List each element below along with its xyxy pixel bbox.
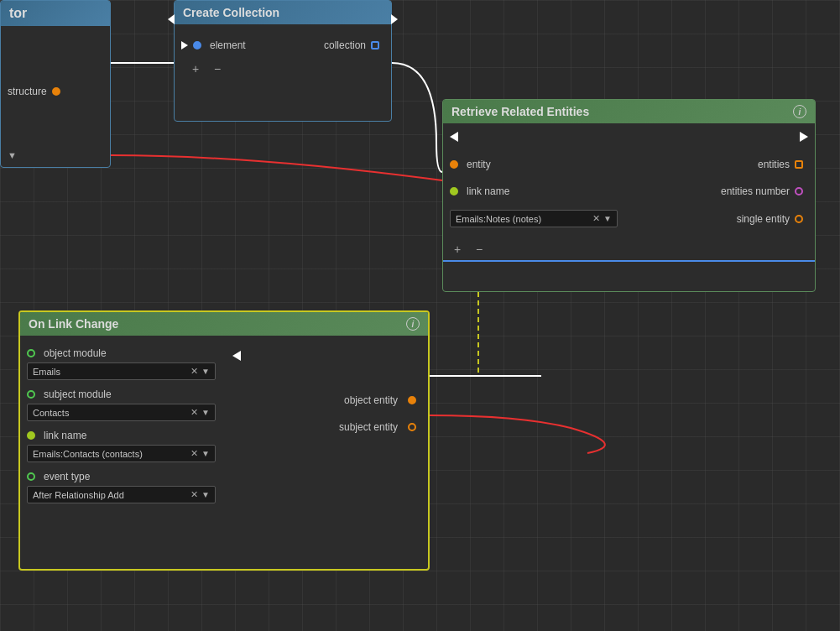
onlink-linkname-input[interactable]: Emails:Contacts (contacts) ✕ ▼ <box>27 445 216 462</box>
onlink-object-module-label: object module <box>44 347 107 359</box>
retrieve-right-tri <box>800 132 808 142</box>
onlink-linkname-port: link name <box>27 430 216 441</box>
onlink-linkname-arrow[interactable]: ▼ <box>201 449 210 458</box>
collection-dot[interactable] <box>371 41 379 50</box>
retrieve-linkname-value: Emails:Notes (notes) <box>456 214 541 224</box>
tor-node-header: tor <box>1 1 110 26</box>
create-collection-collection-port: collection <box>324 39 384 51</box>
onlink-event-type-clear[interactable]: ✕ <box>190 489 198 500</box>
onlink-object-entity-label: object entity <box>344 394 398 406</box>
tor-node: tor structure ▼ <box>0 0 111 168</box>
onlink-left-col: object module Emails ✕ ▼ subject module <box>27 341 216 506</box>
retrieve-add-btn[interactable]: + <box>450 242 465 257</box>
onlink-subject-module-clear[interactable]: ✕ <box>190 407 198 418</box>
onlink-event-type-port: event type <box>27 471 216 482</box>
tor-dropdown[interactable]: ▼ <box>8 150 17 160</box>
onlink-subject-module-value: Contacts <box>33 408 69 418</box>
retrieve-single-entity-port: single entity <box>737 213 808 225</box>
create-collection-header: Create Collection <box>175 1 391 24</box>
onlink-subject-entity-dot[interactable] <box>408 423 416 431</box>
retrieve-plus-minus: + − <box>443 238 815 262</box>
on-link-change-node: On Link Change i object module Emails <box>18 310 430 571</box>
onlink-object-entity-dot[interactable] <box>408 396 416 404</box>
retrieve-entities-number-dot[interactable] <box>795 187 803 196</box>
retrieve-info-icon[interactable]: i <box>793 105 806 118</box>
retrieve-single-entity-dot[interactable] <box>795 215 803 223</box>
create-collection-plus-minus: + − <box>181 58 384 80</box>
onlink-subject-module-arrow[interactable]: ▼ <box>201 408 210 417</box>
create-collection-node: Create Collection element collection + − <box>174 0 392 122</box>
on-link-change-body: object module Emails ✕ ▼ subject module <box>20 336 428 511</box>
retrieve-entities-dot[interactable] <box>795 160 803 169</box>
tor-structure-label: structure <box>8 86 47 97</box>
retrieve-entity-label: entity <box>467 159 491 170</box>
retrieve-entity-dot[interactable] <box>450 160 458 169</box>
retrieve-entity-port: entity <box>450 159 491 170</box>
retrieve-clear-btn[interactable]: ✕ <box>592 213 600 224</box>
onlink-object-module-dot[interactable] <box>27 349 35 357</box>
tor-structure-dot[interactable] <box>52 87 60 96</box>
retrieve-remove-btn[interactable]: − <box>472 242 487 257</box>
element-dot[interactable] <box>193 41 201 50</box>
retrieve-entities-number-label: entities number <box>721 185 790 197</box>
onlink-right-col: object entity subject entity <box>232 341 421 506</box>
create-collection-element-port: element <box>181 39 246 51</box>
element-label: element <box>210 39 246 51</box>
onlink-event-type-dot[interactable] <box>27 472 35 481</box>
retrieve-related-node: Retrieve Related Entities i entity entit… <box>442 99 816 292</box>
onlink-subject-module-label: subject module <box>44 389 112 400</box>
create-collection-remove-btn[interactable]: − <box>210 61 225 76</box>
onlink-subject-module-input[interactable]: Contacts ✕ ▼ <box>27 404 216 421</box>
tor-structure-port: structure <box>8 86 103 97</box>
retrieve-linkname-port: link name <box>450 185 509 197</box>
retrieve-left-tri <box>450 132 458 142</box>
onlink-linkname-label: link name <box>44 430 86 441</box>
onlink-object-module-arrow[interactable]: ▼ <box>201 367 210 376</box>
retrieve-entities-label: entities <box>758 159 790 170</box>
retrieve-linkname-label: link name <box>467 185 509 197</box>
onlink-linkname-value: Emails:Contacts (contacts) <box>33 449 143 459</box>
tor-node-body: structure <box>1 26 110 106</box>
onlink-object-module-input[interactable]: Emails ✕ ▼ <box>27 362 216 380</box>
retrieve-related-title: Retrieve Related Entities <box>451 105 589 118</box>
retrieve-dropdown-arrow[interactable]: ▼ <box>603 214 612 223</box>
retrieve-linkname-dropdown[interactable]: Emails:Notes (notes) ✕ ▼ <box>450 210 618 227</box>
create-collection-right-tri <box>391 14 398 24</box>
onlink-linkname-dot[interactable] <box>27 431 35 440</box>
onlink-object-entity-port: object entity <box>232 394 421 406</box>
onlink-subject-module-dot[interactable] <box>27 390 35 399</box>
onlink-event-type-label: event type <box>44 471 90 482</box>
create-collection-left-tri <box>168 14 175 24</box>
element-tri <box>181 41 188 50</box>
collection-label: collection <box>324 39 366 51</box>
on-link-change-header: On Link Change i <box>20 312 428 336</box>
on-link-change-title: On Link Change <box>29 317 118 331</box>
create-collection-add-btn[interactable]: + <box>188 61 203 76</box>
onlink-linkname-clear[interactable]: ✕ <box>190 448 198 459</box>
tor-node-title: tor <box>9 6 27 21</box>
onlink-object-module-port: object module <box>27 347 216 359</box>
onlink-subject-entity-label: subject entity <box>339 421 398 433</box>
retrieve-single-entity-label: single entity <box>737 213 790 225</box>
onlink-event-type-value: After Relationship Add <box>33 490 124 500</box>
retrieve-entities-out-port: entities <box>758 159 808 170</box>
onlink-event-type-input[interactable]: After Relationship Add ✕ ▼ <box>27 486 216 503</box>
create-collection-body: element collection + − <box>175 24 391 85</box>
onlink-subject-entity-port: subject entity <box>232 421 421 433</box>
onlink-object-module-value: Emails <box>33 367 60 377</box>
retrieve-related-header: Retrieve Related Entities i <box>443 100 815 123</box>
onlink-info-icon[interactable]: i <box>406 317 420 331</box>
onlink-input-tri <box>232 351 241 361</box>
create-collection-title: Create Collection <box>183 6 279 19</box>
retrieve-linkname-dot[interactable] <box>450 187 458 196</box>
retrieve-related-body: entity entities link name entities numbe… <box>443 123 815 238</box>
onlink-event-type-arrow[interactable]: ▼ <box>201 490 210 499</box>
onlink-subject-module-port: subject module <box>27 389 216 400</box>
retrieve-entities-number-port: entities number <box>721 185 808 197</box>
onlink-object-module-clear[interactable]: ✕ <box>190 366 198 377</box>
